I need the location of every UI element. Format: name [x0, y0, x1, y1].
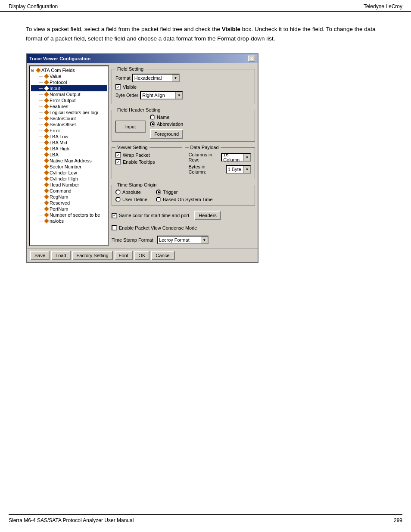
columns-in-row-dropdown[interactable]: 16 Column ▼ — [221, 153, 251, 162]
enable-condense-checkbox[interactable] — [112, 225, 117, 230]
time-stamp-format-dropdown[interactable]: Lecroy Format ▼ — [157, 236, 209, 244]
diamond-icon — [44, 177, 49, 181]
tree-label: Value — [50, 74, 61, 79]
radio-user-define[interactable] — [115, 197, 121, 202]
load-button[interactable]: Load — [51, 251, 70, 260]
headers-button[interactable]: Headers — [194, 211, 221, 220]
diamond-icon — [44, 189, 49, 193]
time-stamp-dropdown-arrow[interactable]: ▼ — [201, 236, 208, 243]
line-icon: — — [39, 110, 43, 115]
footer-right: 299 — [394, 517, 402, 523]
tree-item-reserved[interactable]: — Reserved — [31, 200, 107, 206]
radio-abbreviation[interactable] — [150, 121, 155, 127]
tree-item-protocol[interactable]: — Protocol — [31, 79, 107, 85]
close-button[interactable]: ✕ — [248, 56, 255, 62]
line-icon: — — [39, 86, 43, 90]
visible-checkbox[interactable] — [115, 84, 121, 90]
tree-item-sectorcount[interactable]: — SectorCount — [31, 115, 107, 121]
foreground-button[interactable]: Foreground — [150, 129, 183, 139]
diamond-icon — [44, 128, 49, 133]
factory-setting-button[interactable]: Factory Setting — [72, 251, 113, 260]
same-color-checkbox[interactable] — [112, 213, 117, 218]
tree-item-cylinder-high[interactable]: — Cylinder High — [31, 176, 107, 182]
tree-item-value[interactable]: — Value — [31, 73, 107, 79]
tree-item-sector-number[interactable]: — Sector Number — [31, 164, 107, 170]
same-color-row: Same color for start time and port Heade… — [112, 211, 255, 220]
radio-name[interactable] — [150, 115, 155, 120]
tree-item-cylinder-low[interactable]: — Cylinder Low — [31, 170, 107, 176]
tree-item-normal-output[interactable]: — Normal Output — [31, 91, 107, 97]
tree-item-lba[interactable]: — LBA — [31, 152, 107, 158]
tree-item-error[interactable]: — Error — [31, 128, 107, 134]
tree-item-num-sectors[interactable]: — Number of sectors to be — [31, 212, 107, 218]
time-stamp-col2: Trigger Based On System Time — [156, 190, 213, 203]
radio-absolute[interactable] — [115, 190, 121, 195]
data-payload-group: Data Payload Columns in Row: 16 Column ▼… — [185, 147, 255, 179]
time-stamp-col1: Absolute User Define — [115, 190, 147, 203]
absolute-row: Absolute — [115, 190, 147, 195]
tree-item-logical-sectors[interactable]: — Logical sectors per logi — [31, 109, 107, 115]
diamond-icon — [44, 140, 49, 145]
line-icon: — — [39, 116, 43, 121]
tree-item-regnum[interactable]: — RegNum — [31, 194, 107, 200]
tree-panel[interactable]: ⊟ ATA Com Fields — Value — Protocol — — [29, 65, 109, 246]
enable-tooltips-row: Enable Tooltips — [115, 159, 178, 165]
time-stamp-origin-group: Time Stamp Origin Absolute User Define — [112, 185, 255, 206]
tree-item-naobs[interactable]: — na/obs — [31, 218, 107, 224]
absolute-label: Absolute — [122, 190, 141, 195]
byte-order-label: Byte Order — [115, 93, 138, 98]
save-button[interactable]: Save — [30, 251, 50, 260]
diamond-icon — [44, 86, 49, 91]
enable-tooltips-checkbox[interactable] — [115, 159, 121, 165]
tree-label: Cylinder High — [50, 176, 78, 181]
font-button[interactable]: Font — [115, 251, 133, 260]
enable-condense-row: Enable Packet View Condense Mode — [112, 225, 255, 230]
bytes-in-column-dropdown[interactable]: 1 Byte ▼ — [226, 165, 251, 174]
diamond-icon — [44, 213, 49, 218]
tree-label: LBA High — [50, 146, 69, 151]
tree-item-sectoroffset[interactable]: — SectorOffset — [31, 121, 107, 128]
page-content: To view a packet field, select a field f… — [0, 12, 411, 276]
ok-button[interactable]: OK — [134, 251, 150, 260]
diamond-icon — [44, 92, 49, 97]
bytes-dropdown-arrow[interactable]: ▼ — [243, 166, 250, 173]
format-dropdown[interactable]: Hexadecimal ▼ — [132, 74, 180, 82]
enable-condense-label: Enable Packet View Condense Mode — [119, 225, 197, 230]
line-icon: — — [39, 171, 43, 175]
diamond-icon — [44, 134, 49, 139]
data-payload-legend: Data Payload — [189, 145, 221, 150]
byte-order-value: Right Align — [141, 93, 175, 98]
middle-row: Viewer Setting Wrap Packet Enable Toolti… — [112, 144, 255, 179]
tree-item-lba-mid[interactable]: — LBA Mid — [31, 140, 107, 146]
bytes-in-column-row: Bytes in Column: 1 Byte ▼ — [189, 164, 252, 174]
wrap-packet-checkbox[interactable] — [115, 152, 121, 158]
tree-item-head-number[interactable]: — Head Number — [31, 182, 107, 188]
field-header-inner: Input Name Abbreviation Foreground — [115, 115, 251, 139]
tree-item-input[interactable]: — Input — [31, 85, 107, 91]
tree-item-error-output[interactable]: — Error Output — [31, 97, 107, 103]
tree-item-native-max[interactable]: — Native Max Address — [31, 158, 107, 164]
radio-name-row: Name — [150, 115, 183, 120]
radio-trigger[interactable] — [156, 190, 161, 195]
tree-item-ata[interactable]: ⊟ ATA Com Fields — [31, 67, 107, 73]
field-header-legend: Field Header Setting — [115, 107, 162, 112]
tree-item-lba-high[interactable]: — LBA High — [31, 146, 107, 152]
intro-paragraph: To view a packet field, select a field f… — [26, 25, 385, 43]
byte-order-dropdown-arrow[interactable]: ▼ — [175, 92, 182, 99]
time-stamp-origin-rows: Absolute User Define Trigger — [115, 190, 251, 203]
columns-dropdown-arrow[interactable]: ▼ — [243, 154, 250, 161]
tree-item-command[interactable]: — Command — [31, 188, 107, 194]
format-dropdown-arrow[interactable]: ▼ — [172, 75, 179, 81]
tree-item-features[interactable]: — Features — [31, 103, 107, 109]
tree-label: na/obs — [50, 218, 64, 224]
bytes-in-column-label: Bytes in Column: — [189, 164, 224, 174]
tree-label: Reserved — [50, 200, 70, 205]
byte-order-dropdown[interactable]: Right Align ▼ — [140, 91, 183, 100]
diamond-icon — [44, 159, 49, 163]
line-icon: — — [39, 195, 43, 199]
tree-label: Features — [50, 104, 68, 109]
cancel-button[interactable]: Cancel — [151, 251, 174, 260]
radio-based-on-system[interactable] — [156, 197, 161, 202]
tree-item-portnum[interactable]: — PortNum — [31, 206, 107, 212]
tree-item-lba-low[interactable]: — LBA Low — [31, 134, 107, 140]
